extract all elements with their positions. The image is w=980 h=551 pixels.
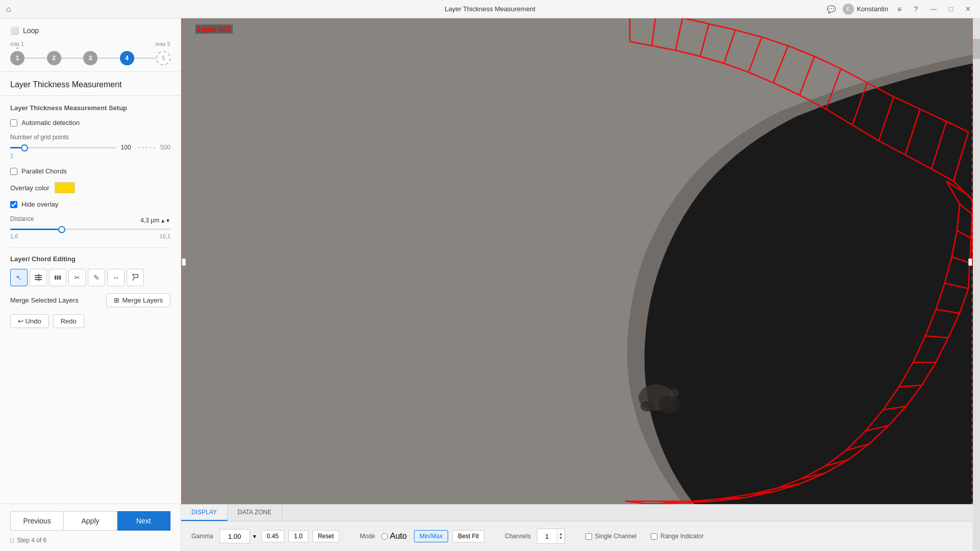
tool-toolbar: ↖ ✂ ✎: [10, 269, 170, 286]
bestfit-button[interactable]: Best Fit: [452, 530, 484, 542]
select-tool-button[interactable]: ↖: [10, 269, 28, 286]
grid-points-field: Number of grid points 100 - - - - - 500 …: [10, 134, 170, 159]
gamma-val3-button[interactable]: 1.0: [288, 530, 308, 542]
display-content: Gamma ▼ 0.45 1.0 Reset Mode Auto: [181, 521, 973, 551]
distance-track: [10, 229, 170, 230]
gamma-val2-button[interactable]: 0.45: [261, 530, 284, 542]
titlebar-title: Layer Thickness Measurement: [445, 5, 535, 13]
auto-detection-checkbox[interactable]: [10, 119, 17, 127]
step-2[interactable]: 2: [47, 51, 61, 65]
gamma-input[interactable]: [219, 529, 250, 543]
chat-icon[interactable]: 💬: [826, 4, 837, 14]
svg-rect-2: [35, 279, 42, 280]
left-panel-bottom: Previous Apply Next □ Step 4 of 6: [0, 504, 181, 551]
step-1[interactable]: 1: [10, 51, 24, 65]
auto-detection-row: Automatic detection: [10, 119, 170, 127]
grid-points-dashes: - - - - -: [138, 144, 155, 151]
apply-button[interactable]: Apply: [63, 511, 117, 531]
range-indicator-checkbox[interactable]: [651, 533, 657, 540]
gamma-label: Gamma: [191, 533, 213, 540]
left-panel: ⬜ Loop min 1 max 5 ↓ 1 2 3 4 5 Layer Thi…: [0, 18, 181, 551]
svg-point-123: [669, 389, 679, 397]
step-5[interactable]: 5: [156, 51, 170, 65]
panel-title: Layer Thickness Measurement: [0, 72, 181, 96]
display-panel: DISPLAY DATA ZONE Gamma ▼ 0.45 1.0 Reset: [181, 504, 973, 551]
step-text: Step 4 of 6: [17, 537, 46, 544]
right-scrollbar[interactable]: [973, 18, 980, 551]
merge-btn-label: Merge Layers: [122, 296, 163, 304]
distance-arrows[interactable]: ▲▼: [160, 218, 170, 223]
close-button[interactable]: ✕: [962, 4, 974, 14]
step-max-label: max 5: [155, 41, 170, 47]
loop-title: Loop: [23, 27, 39, 35]
right-content: Layer 001 DISPLAY DATA ZONE Gamma ▼ 0.45…: [181, 18, 973, 551]
single-channel-checkbox[interactable]: [585, 533, 592, 540]
minmax-button[interactable]: Min/Max: [414, 530, 448, 542]
distance-field: Distance 4,3 μm ▲▼ 1,6 16,1: [10, 215, 170, 239]
titlebar: ⌂ Layer Thickness Measurement 💬 K Konsta…: [0, 0, 980, 18]
loop-header: ⬜ Loop: [10, 27, 170, 35]
minimize-button[interactable]: —: [927, 4, 940, 14]
distance-thumb[interactable]: [58, 226, 65, 233]
redo-button[interactable]: Redo: [53, 314, 84, 328]
image-viewport: Layer 001: [181, 18, 973, 504]
single-channel-option: Single Channel: [585, 533, 636, 540]
tab-data-zone[interactable]: DATA ZONE: [228, 505, 282, 521]
edit-tool-button[interactable]: [30, 269, 47, 286]
step-4[interactable]: 4: [120, 51, 134, 65]
menu-icon[interactable]: ≡: [894, 4, 904, 14]
maximize-button[interactable]: □: [946, 4, 956, 14]
auto-radio[interactable]: [381, 533, 388, 540]
grid-points-fill: [10, 147, 21, 148]
pencil-tool-button[interactable]: ✎: [88, 269, 105, 286]
next-button[interactable]: Next: [117, 511, 170, 531]
hide-overlay-checkbox[interactable]: [10, 201, 17, 208]
grid-points-track: [10, 147, 116, 148]
hide-overlay-row: Hide overlay: [10, 201, 170, 208]
single-channel-label: Single Channel: [595, 533, 636, 540]
overlay-color-swatch[interactable]: [55, 182, 75, 193]
avatar: K: [843, 4, 854, 15]
svg-rect-1: [35, 277, 42, 278]
hide-overlay-label: Hide overlay: [21, 201, 58, 208]
reset-button[interactable]: Reset: [312, 530, 339, 542]
gamma-select-arrow[interactable]: ▼: [252, 534, 257, 539]
distance-fill: [10, 229, 58, 230]
help-icon[interactable]: ?: [911, 4, 921, 14]
editing-title: Layer/ Chord Editing: [10, 255, 170, 263]
gamma-group: Gamma ▼ 0.45 1.0 Reset: [191, 529, 339, 543]
cut-tool-button[interactable]: ✂: [68, 269, 86, 286]
parallel-chords-row: Parallel Chords: [10, 167, 170, 175]
main-layout: ⬜ Loop min 1 max 5 ↓ 1 2 3 4 5 Layer Thi…: [0, 18, 980, 551]
step-indicator: □ Step 4 of 6: [10, 537, 170, 544]
undo-redo-row: ↩ Undo Redo: [10, 314, 170, 328]
channels-label: Channels: [505, 533, 531, 540]
channel-input[interactable]: [537, 529, 557, 543]
add-bar-tool-button[interactable]: [49, 269, 66, 286]
svg-rect-119: [968, 259, 972, 266]
svg-line-106: [648, 503, 681, 504]
parallel-chords-checkbox[interactable]: [10, 168, 17, 175]
home-icon[interactable]: ⌂: [6, 5, 11, 14]
svg-point-121: [659, 396, 680, 413]
channel-options-group: Single Channel Range Indicator: [585, 533, 704, 540]
distance-min-label: 1,6: [10, 233, 18, 239]
tab-display[interactable]: DISPLAY: [181, 505, 228, 521]
stepper-range: min 1 max 5: [10, 41, 170, 47]
grid-points-thumb[interactable]: [21, 144, 28, 152]
previous-button[interactable]: Previous: [10, 511, 63, 531]
merge-row: Merge Selected Layers ⊞ Merge Layers: [10, 293, 170, 307]
merge-layers-button[interactable]: ⊞ Merge Layers: [106, 293, 170, 307]
undo-button[interactable]: ↩ Undo: [10, 314, 49, 328]
merge-label: Merge Selected Layers: [10, 296, 79, 304]
microscope-svg: [181, 18, 973, 504]
loop-icon: ⬜: [10, 27, 19, 35]
channel-down-arrow[interactable]: ▼: [559, 536, 563, 540]
svg-rect-5: [57, 276, 59, 280]
resize-tool-button[interactable]: ↔: [107, 269, 125, 286]
channels-group: Channels ▲ ▼: [505, 529, 565, 544]
marker-tool-button[interactable]: [127, 269, 144, 286]
svg-rect-6: [59, 276, 61, 280]
step-3[interactable]: 3: [83, 51, 97, 65]
titlebar-right: 💬 K Konstantin ≡ ? — □ ✕: [826, 4, 974, 15]
